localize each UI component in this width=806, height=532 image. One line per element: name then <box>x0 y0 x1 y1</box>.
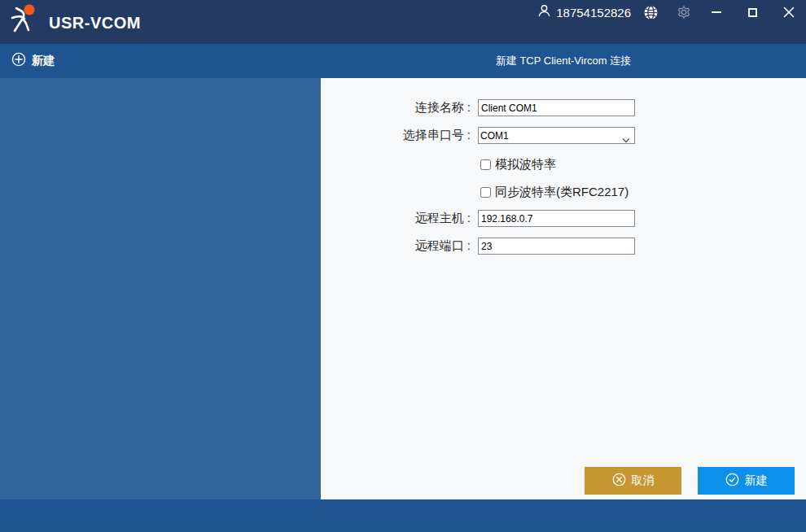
cancel-button[interactable]: 取消 <box>585 467 681 495</box>
cancel-button-label: 取消 <box>632 473 655 488</box>
remote-port-input[interactable] <box>478 238 635 255</box>
main-area: 连接名称 : 选择串口号 : COM1 <box>0 78 806 499</box>
connection-name-label: 连接名称 : <box>321 100 471 116</box>
remote-host-row: 远程主机 : <box>321 210 806 227</box>
titlebar-controls: 18754152826 <box>537 4 795 20</box>
account-number: 18754152826 <box>556 6 631 20</box>
connection-list-sidebar <box>0 78 321 499</box>
connection-name-input[interactable] <box>478 99 635 116</box>
user-icon <box>537 4 551 20</box>
serial-port-select[interactable]: COM1 <box>478 127 635 144</box>
sync-baud-checkbox[interactable] <box>480 187 491 198</box>
titlebar: USR-VCOM 18754152826 <box>0 0 806 44</box>
remote-host-input[interactable] <box>478 210 635 227</box>
navbar: 新建 新建 TCP Client-Vircom 连接 <box>0 44 806 78</box>
new-connection-panel: 连接名称 : 选择串口号 : COM1 <box>321 78 806 499</box>
circle-cross-icon <box>612 473 626 489</box>
simulate-baud-checkbox[interactable] <box>480 159 491 170</box>
page-title: 新建 TCP Client-Vircom 连接 <box>321 54 806 68</box>
create-button[interactable]: 新建 <box>698 467 795 495</box>
minimize-icon[interactable] <box>711 4 722 20</box>
create-button-label: 新建 <box>745 473 768 488</box>
simulate-baud-label: 模拟波特率 <box>495 157 556 172</box>
serial-port-label: 选择串口号 : <box>321 128 471 143</box>
serial-port-row: 选择串口号 : COM1 <box>321 127 806 144</box>
remote-host-label: 远程主机 : <box>321 211 471 226</box>
simulate-baud-row: 模拟波特率 <box>321 158 806 171</box>
account-button[interactable]: 18754152826 <box>537 4 631 20</box>
connection-form: 连接名称 : 选择串口号 : COM1 <box>321 99 806 265</box>
statusbar <box>0 499 806 532</box>
app-window: USR-VCOM 18754152826 <box>0 0 806 532</box>
remote-port-label: 远程端口 : <box>321 238 471 254</box>
circle-plus-icon <box>11 52 26 70</box>
sync-baud-row: 同步波特率(类RFC2217) <box>321 185 806 198</box>
app-title: USR-VCOM <box>49 14 141 33</box>
connection-name-row: 连接名称 : <box>321 99 806 116</box>
usr-logo-icon <box>6 2 43 43</box>
remote-port-row: 远程端口 : <box>321 238 806 255</box>
new-connection-menu[interactable]: 新建 <box>11 52 55 70</box>
close-icon[interactable] <box>782 4 795 20</box>
gear-icon[interactable] <box>677 5 691 20</box>
new-menu-label: 新建 <box>32 54 55 68</box>
circle-check-icon <box>725 473 739 489</box>
sync-baud-label: 同步波特率(类RFC2217) <box>495 185 629 200</box>
maximize-icon[interactable] <box>747 4 758 20</box>
globe-icon[interactable] <box>643 5 659 20</box>
brand: USR-VCOM <box>6 2 141 43</box>
